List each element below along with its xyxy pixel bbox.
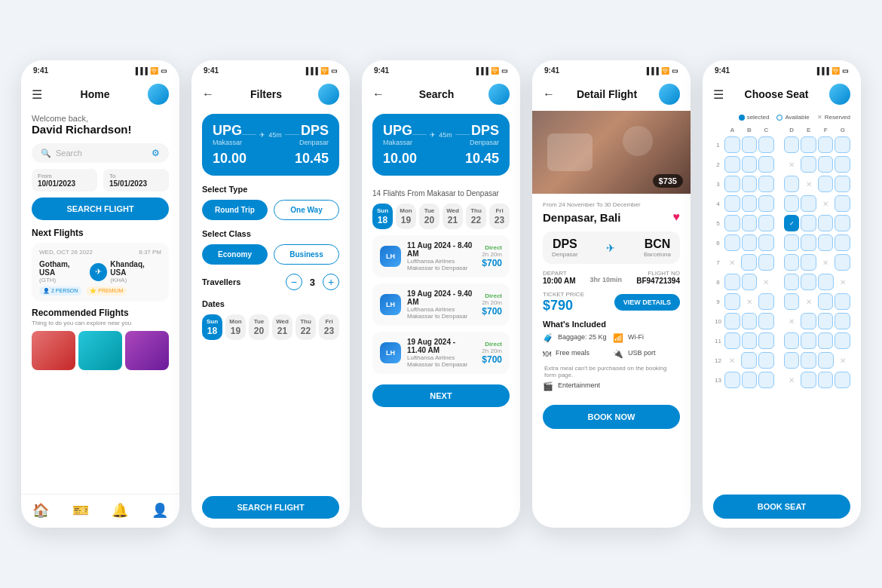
seat-E2[interactable] [801,156,816,173]
cal-day-fri[interactable]: Fri23 [319,314,339,340]
search-flight-button-filters[interactable]: SEARCH FLIGHT [202,496,339,519]
seat-C10[interactable] [758,313,774,329]
seat-D4[interactable] [784,195,800,212]
seat-D6[interactable] [784,234,800,251]
seat-D9[interactable] [784,293,800,310]
seat-E4[interactable] [801,195,816,212]
seat-D11[interactable] [784,332,800,349]
seat-G10[interactable] [835,313,850,329]
cal-day-tue[interactable]: Tue20 [249,314,269,340]
seat-D12[interactable] [784,352,800,369]
nav-profile[interactable]: 👤 [152,502,168,519]
heart-icon[interactable]: ♥ [673,210,681,224]
seat-menu-icon[interactable]: ☰ [713,87,724,102]
seat-C3[interactable] [758,176,774,192]
back-button-search[interactable]: ← [372,87,384,101]
back-button-detail[interactable]: ← [543,87,555,101]
seat-C1[interactable] [758,136,774,153]
seat-A6[interactable] [724,234,740,251]
seat-G4[interactable] [835,195,850,212]
search-cal-day-tue[interactable]: Tue20 [419,204,439,229]
seat-B8[interactable] [742,274,758,290]
seat-B4[interactable] [742,195,758,212]
search-cal-day-sun[interactable]: Sun18 [372,204,393,229]
seat-G7[interactable] [835,254,850,271]
cal-day-thu[interactable]: Thu22 [296,314,316,340]
seat-B6[interactable] [742,234,758,251]
one-way-btn[interactable]: One Way [274,200,339,220]
seat-E6[interactable] [801,234,816,251]
seat-A4[interactable] [724,195,740,212]
seat-C4[interactable] [758,195,774,212]
from-date-field[interactable]: From 10/01/2023 [32,169,97,191]
book-now-button[interactable]: BOOK NOW [543,405,680,429]
business-btn[interactable]: Business [274,244,339,265]
seat-F5[interactable] [818,215,834,231]
seat-A9[interactable] [724,293,740,310]
seat-D8[interactable] [784,274,800,290]
seat-F13[interactable] [818,372,834,388]
seat-F11[interactable] [818,332,834,349]
rec-img-3[interactable] [125,331,169,370]
next-button[interactable]: NEXT [372,384,510,407]
menu-icon[interactable]: ☰ [32,87,42,102]
seat-A3[interactable] [724,176,740,192]
seat-C11[interactable] [758,332,774,349]
seat-G9[interactable] [835,293,850,310]
increment-travellers[interactable]: + [323,274,339,290]
seat-D7[interactable] [784,254,800,271]
seat-D1[interactable] [784,136,800,153]
nav-notifications[interactable]: 🔔 [112,502,128,519]
to-date-field[interactable]: To 15/01/2023 [103,169,169,191]
seat-B5[interactable] [742,215,758,231]
seat-E5[interactable] [801,215,816,231]
seat-D3[interactable] [784,176,800,192]
seat-G2[interactable] [835,156,850,173]
seat-A13[interactable] [724,372,740,388]
seat-E8[interactable] [801,274,816,290]
back-button[interactable]: ← [202,87,214,101]
seat-F3[interactable] [818,176,834,192]
search-flight-button[interactable]: SEARCH FLIGHT [32,198,169,220]
seat-A11[interactable] [724,332,740,349]
seat-B3[interactable] [742,176,758,192]
seat-G11[interactable] [835,332,850,349]
seat-F6[interactable] [818,234,834,251]
seat-A1[interactable] [724,136,740,153]
seat-A5[interactable] [724,215,740,231]
seat-C7[interactable] [758,254,774,271]
round-trip-btn[interactable]: Round Trip [202,200,268,220]
rec-img-1[interactable] [32,331,75,370]
cal-day-wed[interactable]: Wed21 [272,314,292,340]
cal-day-sun[interactable]: Sun18 [202,314,222,340]
seat-F8[interactable] [818,274,834,290]
seat-E12[interactable] [801,352,816,369]
seat-B13[interactable] [742,372,758,388]
search-cal-day-thu[interactable]: Thu22 [466,204,486,229]
seat-F1[interactable] [818,136,834,153]
seat-E1[interactable] [801,136,816,153]
seat-B1[interactable] [742,136,758,153]
seat-D5[interactable]: ✓ [784,215,799,231]
seat-F10[interactable] [818,313,834,329]
search-bar[interactable]: 🔍 Search ⚙ [32,143,169,163]
decrement-travellers[interactable]: − [286,274,302,290]
seat-G6[interactable] [835,234,850,251]
seat-E7[interactable] [801,254,816,271]
book-seat-button[interactable]: BOOK SEAT [713,495,850,519]
nav-tickets[interactable]: 🎫 [72,502,89,519]
flight-card[interactable]: WED, OCT 26 2022 8:37 PM Gotham, USA (GT… [32,243,169,302]
seat-B2[interactable] [742,156,758,173]
search-cal-day-wed[interactable]: Wed21 [443,204,463,229]
view-details-button[interactable]: VIEW DETAILS [614,294,680,311]
search-cal-day-mon[interactable]: Mon19 [396,204,416,229]
seat-G5[interactable] [835,215,850,231]
seat-C12[interactable] [758,352,774,369]
seat-B7[interactable] [741,254,757,271]
seat-E11[interactable] [801,332,816,349]
flight-item-1[interactable]: LH 19 Aug 2024 - 9.40 AM Lufthansa Airli… [372,283,510,326]
seat-B12[interactable] [741,352,757,369]
cal-day-mon[interactable]: Mon19 [225,314,246,340]
seat-C2[interactable] [758,156,774,173]
filter-icon[interactable]: ⚙ [152,148,160,158]
